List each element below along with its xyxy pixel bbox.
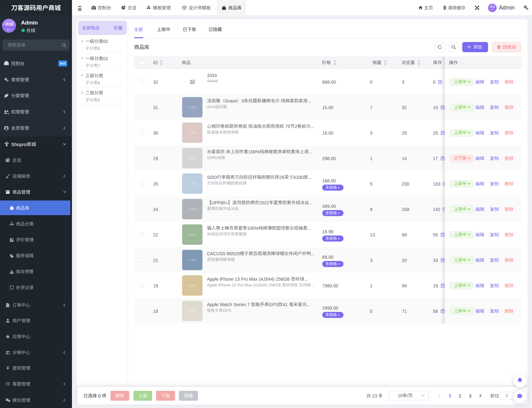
svg-text:2022: 2022 — [259, 200, 269, 205]
svg-text:7: 7 — [247, 302, 250, 307]
svg-text:256GB: 256GB — [268, 283, 281, 287]
svg-text:B0520: B0520 — [227, 251, 240, 256]
svg-text:21: 21 — [153, 257, 158, 263]
svg-text:55: 55 — [433, 232, 438, 237]
svg-text:19: 19 — [153, 283, 158, 288]
svg-text:GPS: GPS — [269, 302, 279, 307]
svg-text:10: 10 — [398, 393, 403, 398]
svg-text:Watch: Watch — [220, 302, 232, 307]
svg-text:29: 29 — [402, 130, 407, 135]
svg-text:...: ... — [307, 302, 311, 307]
svg-text:31: 31 — [153, 105, 158, 110]
svg-text:7: 7 — [370, 105, 372, 110]
svg-text:17: 17 — [433, 156, 438, 161]
svg-text:Admin: Admin — [499, 4, 515, 11]
svg-text:CACUSS: CACUSS — [207, 251, 225, 256]
svg-text:0: 0 — [370, 308, 372, 313]
svg-text:Pro: Pro — [237, 283, 244, 287]
svg-text:...: ... — [311, 283, 314, 287]
svg-text:20: 20 — [402, 257, 407, 263]
svg-text:10: 10 — [433, 105, 438, 110]
svg-text:Max: Max — [249, 277, 257, 282]
svg-text:1: 1 — [449, 393, 451, 398]
svg-text:B2C: B2C — [7, 28, 11, 31]
svg-text:3: 3 — [402, 79, 404, 84]
svg-text:...: ... — [308, 226, 311, 231]
svg-text:25: 25 — [433, 130, 438, 135]
svg-text:29: 29 — [153, 156, 158, 161]
svg-text:100%: 100% — [247, 226, 259, 231]
svg-text:41: 41 — [283, 302, 288, 307]
svg-text:5: 5 — [370, 181, 372, 186]
svg-text:¥: ¥ — [7, 366, 9, 370]
svg-text:2: 2 — [294, 124, 297, 129]
svg-text:100%: 100% — [207, 155, 217, 160]
svg-text:...: ... — [309, 200, 313, 205]
svg-text:...: ... — [309, 149, 313, 154]
svg-text:3: 3 — [370, 257, 372, 263]
svg-text:142: 142 — [433, 207, 441, 212]
svg-text:...: ... — [311, 251, 315, 256]
svg-text:Max: Max — [245, 283, 252, 287]
svg-text:0: 0 — [370, 79, 372, 84]
svg-text:Shopro: Shopro — [11, 141, 26, 147]
svg-text:33: 33 — [433, 257, 438, 263]
svg-text:168.00: 168.00 — [322, 178, 336, 183]
svg-text:183: 183 — [433, 181, 441, 186]
svg-text:A330: A330 — [293, 175, 304, 180]
svg-text:6: 6 — [98, 97, 100, 102]
svg-text:iPhone: iPhone — [218, 283, 231, 287]
svg-text:01: 01 — [103, 56, 108, 61]
svg-text:1: 1 — [370, 156, 372, 161]
svg-text:hot: hot — [60, 61, 66, 65]
svg-text:32: 32 — [402, 105, 407, 110]
svg-text:Grace: Grace — [225, 98, 237, 103]
svg-text:26: 26 — [279, 175, 284, 180]
svg-text:(A2644): (A2644) — [253, 283, 267, 287]
svg-text:30: 30 — [153, 130, 158, 135]
svg-text:Series: Series — [233, 302, 246, 307]
svg-text:22: 22 — [153, 232, 158, 237]
svg-text:13: 13 — [232, 283, 236, 287]
svg-text:230: 230 — [402, 181, 409, 186]
svg-text:16.00: 16.00 — [322, 130, 333, 135]
svg-text:26: 26 — [153, 181, 158, 186]
svg-text:UPF80+: UPF80+ — [211, 200, 228, 205]
svg-text:GPS: GPS — [223, 308, 231, 313]
svg-text:/: / — [407, 393, 408, 398]
svg-text:23: 23 — [372, 393, 377, 398]
svg-text:AAA: AAA — [207, 104, 215, 109]
svg-text:68: 68 — [402, 232, 407, 237]
svg-text:14: 14 — [402, 156, 407, 161]
svg-text:56: 56 — [402, 283, 407, 288]
svg-text:349.00: 349.00 — [322, 203, 336, 208]
svg-text:18: 18 — [153, 308, 158, 313]
svg-text:SOO: SOO — [207, 175, 217, 180]
svg-text:9: 9 — [370, 207, 372, 212]
svg-text:13: 13 — [235, 277, 240, 282]
svg-text:24: 24 — [153, 207, 158, 212]
svg-text:...: ... — [304, 277, 308, 282]
svg-text:...: ... — [308, 98, 311, 103]
svg-text:69.00: 69.00 — [322, 254, 333, 259]
svg-text:7980.00: 7980.00 — [322, 283, 338, 288]
svg-text:258: 258 — [402, 207, 409, 212]
svg-text:18.99: 18.99 — [322, 229, 333, 234]
svg-text:71: 71 — [402, 308, 407, 313]
svg-text:75: 75 — [285, 124, 290, 129]
svg-text:15.00: 15.00 — [322, 105, 333, 110]
svg-text:19: 19 — [433, 283, 438, 288]
svg-text:iPhone: iPhone — [220, 277, 234, 282]
svg-text:13: 13 — [370, 232, 375, 237]
svg-text:888.00: 888.00 — [322, 79, 336, 84]
svg-text:59: 59 — [433, 308, 438, 313]
svg-text:6: 6 — [98, 46, 100, 51]
svg-text:(A2644): (A2644) — [259, 277, 275, 282]
svg-text:6: 6 — [98, 80, 100, 85]
svg-text:2: 2 — [459, 393, 461, 398]
svg-text:0: 0 — [98, 393, 100, 398]
svg-text:Apple: Apple — [207, 277, 218, 282]
svg-text:32: 32 — [153, 79, 158, 84]
svg-text:Pro: Pro — [241, 277, 248, 282]
svg-text:1: 1 — [506, 393, 508, 398]
